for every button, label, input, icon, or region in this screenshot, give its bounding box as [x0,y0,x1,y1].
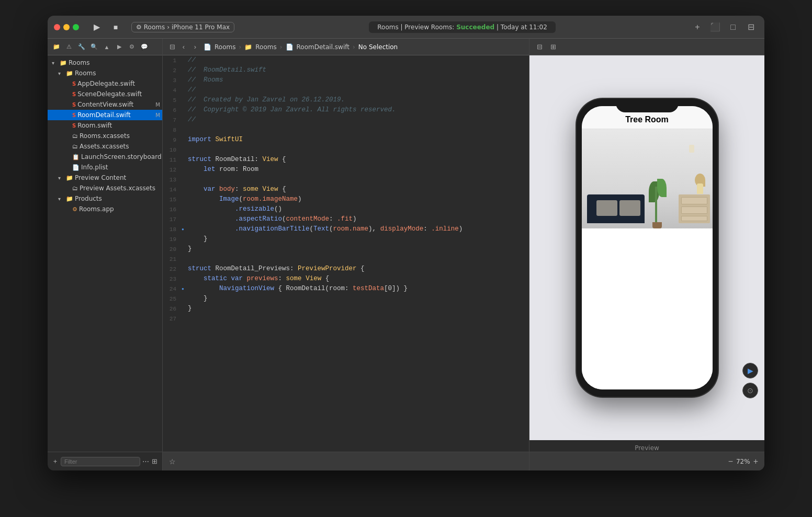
tree-item-rooms.xcassets[interactable]: 🗂Rooms.xcassets [48,131,162,141]
star-button[interactable]: ☆ [169,457,176,466]
scheme-selector[interactable]: ⚙ Rooms › iPhone 11 Pro Max [131,22,234,32]
line-number: 26 [163,304,182,314]
line-gutter [182,254,186,264]
preview-layout-btn1[interactable]: ⊟ [534,41,545,53]
nav-symbol-btn[interactable]: 🔧 [76,41,87,53]
nav-debug-btn[interactable]: ⚙ [126,41,138,53]
xcode-window: ▶ ■ ⚙ Rooms › iPhone 11 Pro Max Rooms | … [48,16,764,470]
add-file-button[interactable]: + [52,456,59,467]
back-btn[interactable]: ‹ [178,42,189,52]
tree-item-appdelegate.swift[interactable]: SAppDelegate.swift [48,78,162,89]
run-button[interactable]: ▶ [89,20,104,35]
tree-item-products[interactable]: ▾📁Products [48,193,162,204]
breadcrumb-rooms2[interactable]: Rooms [255,43,276,51]
code-line: 14 var body: some View { [163,185,529,194]
navigator-panel: 📁 ⚠ 🔧 🔍 ▲ ▶ ⚙ 💬 ▾📁Rooms▾📁RoomsSAppDelega… [48,39,163,470]
line-content: var body: some View { [186,185,529,194]
plant-pot [652,222,662,228]
line-content: .navigationBarTitle(Text(room.name), dis… [186,224,529,234]
tree-item-rooms[interactable]: ▾📁Rooms [48,58,162,68]
line-gutter [182,204,186,214]
filter-sort-btn[interactable]: ⊞ [151,456,158,467]
tree-item-scenedelegate.swift[interactable]: SSceneDelegate.swift [48,89,162,99]
line-number: 25 [163,294,182,304]
line-number: 9 [163,135,182,145]
minimize-button[interactable] [63,24,70,30]
preview-inspect-button[interactable]: ⊙ [742,383,758,398]
code-line: 8 [163,125,529,135]
tree-item-label: LaunchScreen.storyboard [81,153,162,160]
tree-item-rooms.app[interactable]: ⚙Rooms.app [48,204,162,214]
code-line: 5// Created by Jan Zavrel on 26.12.2019. [163,95,529,105]
tree-item-rooms[interactable]: ▾📁Rooms [48,68,162,78]
add-tab-button[interactable]: + [690,20,705,35]
plant-stem [655,187,657,223]
forward-btn[interactable]: › [190,42,200,52]
tree-item-roomdetail.swift[interactable]: SRoomDetail.swiftM [48,110,162,120]
phone-notch [616,99,679,112]
line-content: // [186,85,529,95]
tree-item-info.plist[interactable]: 📄Info.plist [48,162,162,173]
tree-item-room.swift[interactable]: SRoom.swift [48,120,162,131]
phone-image-area [582,129,713,228]
preview-content: Tree Room [529,55,764,440]
line-number: 24 [163,284,182,294]
nav-report-btn[interactable]: 💬 [139,41,150,53]
code-line: 4// [163,85,529,95]
filter-input[interactable] [61,457,140,466]
filter-options-btn[interactable]: ⋯ [142,456,149,467]
stop-button[interactable]: ■ [108,20,123,35]
tree-item-launchscreen.storyboard[interactable]: 📋LaunchScreen.storyboard [48,152,162,162]
breadcrumb-rooms1[interactable]: Rooms [215,43,235,51]
zoom-out-button[interactable]: − [728,457,733,466]
code-editor[interactable]: 1//2// RoomDetail.swift3// Rooms4//5// C… [163,55,529,452]
code-line: 18 .navigationBarTitle(Text(room.name), … [163,224,529,234]
preview-toolbar: ⊟ ⊞ [529,39,764,55]
line-number: 4 [163,85,182,95]
tree-item-label: Preview Assets.xcassets [80,185,162,192]
line-content [186,175,529,185]
breadcrumb-folder-icon: 📁 [244,43,252,51]
layout-btn-3[interactable]: ⊟ [743,20,758,35]
maximize-button[interactable] [73,24,79,30]
zoom-in-button[interactable]: + [753,457,758,466]
line-gutter [182,95,186,105]
layout-btn-2[interactable]: □ [726,20,740,35]
preview-layout-btn2[interactable]: ⊞ [547,41,559,53]
split-view-btn[interactable]: ⊟ [167,42,177,52]
code-line: 13 [163,175,529,185]
nav-search-btn[interactable]: 🔍 [88,41,100,53]
nav-test-btn[interactable]: ▶ [114,41,125,53]
preview-side-buttons: ▶ ⊙ [742,363,758,398]
line-content: let room: Room [186,165,529,175]
code-line: 3// Rooms [163,75,529,85]
layout-btn-1[interactable]: ⬛ [708,20,723,35]
preview-play-button[interactable]: ▶ [742,363,758,378]
nav-folder-btn[interactable]: 📁 [51,41,62,53]
code-line: 17 .aspectRatio(contentMode: .fit) [163,214,529,224]
tree-item-preview-content[interactable]: ▾📁Preview Content [48,173,162,183]
line-number: 1 [163,55,182,65]
device-name: iPhone 11 Pro Max [172,24,230,31]
line-number: 20 [163,244,182,254]
plant-leaf-right [657,179,667,197]
code-line: 6// Copyright © 2019 Jan Zavrel. All rig… [163,105,529,115]
line-gutter [182,85,186,95]
line-content: } [186,244,529,254]
tree-item-label: Rooms.xcassets [80,132,162,140]
wall-lamp [689,145,694,153]
nav-issue-btn[interactable]: ▲ [101,41,112,53]
tree-item-contentview.swift[interactable]: SContentView.swiftM [48,99,162,110]
tree-item-preview-assets.xcassets[interactable]: 🗂Preview Assets.xcassets [48,183,162,193]
file-icon: S [72,101,76,108]
tree-item-label: Info.plist [81,164,162,171]
line-content: Image(room.imageName) [186,194,529,204]
close-button[interactable] [54,24,60,30]
code-line: 16 .resizable() [163,204,529,214]
file-icon: ⚙ [72,206,77,213]
nav-source-btn[interactable]: ⚠ [63,41,75,53]
sofa-cushion-right [619,200,640,216]
breadcrumb-file[interactable]: RoomDetail.swift [297,43,349,51]
traffic-lights [54,24,79,30]
tree-item-assets.xcassets[interactable]: 🗂Assets.xcassets [48,141,162,152]
